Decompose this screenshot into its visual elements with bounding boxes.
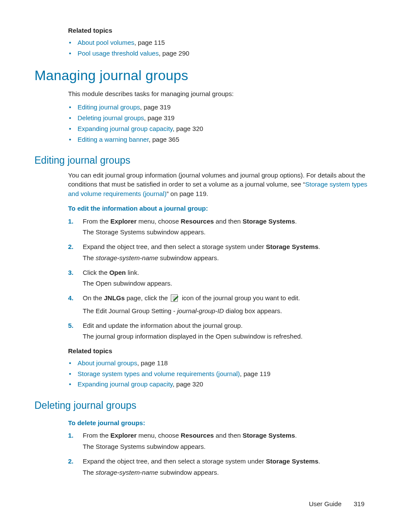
text-bold: Storage Systems: [266, 243, 318, 250]
text: and then: [214, 432, 243, 439]
step: From the Explorer menu, choose Resources…: [68, 217, 377, 237]
list-item: Editing journal groups, page 319: [68, 103, 377, 112]
text: , page 319: [144, 114, 174, 121]
heading-managing-journal-groups: Managing journal groups: [34, 65, 377, 85]
text: .: [318, 457, 320, 465]
link-editing-journal-groups[interactable]: Editing journal groups: [78, 103, 140, 111]
text: Expand the object tree, and then select …: [83, 243, 266, 250]
intro-links: Editing journal groups, page 319 Deletin…: [68, 103, 377, 144]
procedure-title-edit: To edit the information about a journal …: [68, 204, 377, 213]
link-about-pool-volumes[interactable]: About pool volumes: [78, 39, 134, 46]
text: , page 115: [134, 39, 165, 46]
step: On the JNLGs page, click the icon of the…: [68, 293, 377, 316]
delete-steps: From the Explorer menu, choose Resources…: [68, 431, 377, 477]
text: , page 365: [149, 136, 179, 143]
text-bold: Resources: [181, 218, 214, 225]
step: Edit and update the information about th…: [68, 321, 377, 342]
text: , page 118: [137, 359, 168, 367]
editing-section: You can edit journal group information (…: [68, 171, 377, 389]
text: The Edit Journal Group Setting -: [83, 307, 177, 314]
step-sub: The storage-system-name subwindow appear…: [83, 468, 377, 477]
text-bold: JNLGs: [104, 294, 125, 302]
step-body: Click the Open link.: [83, 268, 377, 277]
text-bold: Open: [109, 269, 126, 276]
text-bold: Storage Systems: [243, 432, 295, 439]
step: Expand the object tree, and then select …: [68, 457, 377, 477]
text: .: [295, 218, 297, 225]
related-topics-list: About journal groups, page 118 Storage s…: [68, 358, 377, 389]
step-sub: The Edit Journal Group Setting - journal…: [83, 306, 377, 316]
text-bold: Resources: [181, 432, 214, 439]
step-body: Edit and update the information about th…: [83, 321, 377, 330]
edit-icon: [171, 294, 179, 305]
text-italic: storage-system-name: [96, 469, 158, 476]
text-bold: Storage Systems: [266, 457, 318, 465]
step-body: From the Explorer menu, choose Resources…: [83, 217, 377, 226]
intro-block: This module describes tasks for managing…: [68, 89, 377, 144]
list-item: About journal groups, page 118: [68, 358, 377, 368]
text: , page 319: [140, 103, 171, 111]
step-body: Expand the object tree, and then select …: [83, 242, 377, 252]
link-expanding-capacity[interactable]: Expanding journal group capacity: [78, 380, 173, 388]
edit-steps: From the Explorer menu, choose Resources…: [68, 217, 377, 342]
footer-label: User Guide: [309, 500, 342, 507]
page-footer: User Guide 319: [309, 499, 364, 509]
step-body: On the JNLGs page, click the icon of the…: [83, 293, 377, 305]
step-sub: The Storage Systems subwindow appears.: [83, 227, 377, 237]
text: , page 290: [159, 50, 189, 57]
step-body: Expand the object tree, and then select …: [83, 457, 377, 466]
related-topics-heading: Related topics: [68, 346, 377, 356]
deleting-section: To delete journal groups: From the Explo…: [68, 418, 377, 477]
list-item: Editing a warning banner, page 365: [68, 135, 377, 144]
text: dialog box appears.: [224, 307, 282, 314]
link-warning-banner[interactable]: Editing a warning banner: [78, 136, 149, 143]
step-sub: The Open subwindow appears.: [83, 279, 377, 288]
editing-para: You can edit journal group information (…: [68, 171, 377, 199]
text: and then: [214, 218, 243, 225]
text: ” on page 119.: [166, 190, 208, 197]
list-item: Deleting journal groups, page 319: [68, 113, 377, 123]
text: .: [295, 432, 297, 439]
text: On the: [83, 294, 104, 302]
text: The: [83, 469, 96, 476]
text: menu, choose: [137, 218, 181, 225]
related-topics-top: Related topics About pool volumes, page …: [68, 26, 377, 58]
text-bold: Explorer: [110, 432, 137, 439]
list-item: About pool volumes, page 115: [68, 38, 377, 47]
text: link.: [126, 269, 139, 276]
text: , page 119: [240, 370, 271, 377]
list-item: Expanding journal group capacity, page 3…: [68, 380, 377, 389]
list-item: Pool usage threshold values, page 290: [68, 49, 377, 58]
text: menu, choose: [137, 432, 181, 439]
text: From the: [83, 218, 110, 225]
text: icon of the journal group you want to ed…: [180, 294, 300, 302]
heading-deleting-journal-groups: Deleting journal groups: [34, 398, 377, 413]
text: The: [83, 254, 96, 261]
step: From the Explorer menu, choose Resources…: [68, 431, 377, 451]
text: page, click the: [125, 294, 170, 302]
link-expanding-capacity[interactable]: Expanding journal group capacity: [78, 125, 173, 132]
text-bold: Explorer: [110, 218, 137, 225]
list-item: Expanding journal group capacity, page 3…: [68, 124, 377, 134]
link-storage-system-types[interactable]: Storage system types and volume requirem…: [78, 370, 240, 377]
step: Expand the object tree, and then select …: [68, 242, 377, 263]
text: .: [318, 243, 320, 250]
text: subwindow appears.: [158, 469, 219, 476]
heading-editing-journal-groups: Editing journal groups: [34, 153, 377, 168]
step: Click the Open link. The Open subwindow …: [68, 268, 377, 289]
related-topics-list: About pool volumes, page 115 Pool usage …: [68, 38, 377, 58]
text: From the: [83, 432, 110, 439]
related-topics-heading: Related topics: [68, 26, 377, 35]
link-about-journal-groups[interactable]: About journal groups: [78, 359, 137, 367]
text: subwindow appears.: [158, 254, 219, 261]
intro-text: This module describes tasks for managing…: [68, 89, 377, 99]
step-body: From the Explorer menu, choose Resources…: [83, 431, 377, 440]
link-deleting-journal-groups[interactable]: Deleting journal groups: [78, 114, 144, 121]
link-pool-usage-threshold[interactable]: Pool usage threshold values: [78, 50, 159, 57]
step-sub: The storage-system-name subwindow appear…: [83, 253, 377, 263]
text: , page 320: [173, 380, 203, 388]
page-number: 319: [354, 500, 364, 507]
text: , page 320: [173, 125, 203, 132]
page: Related topics About pool volumes, page …: [0, 0, 411, 532]
text: Click the: [83, 269, 109, 276]
